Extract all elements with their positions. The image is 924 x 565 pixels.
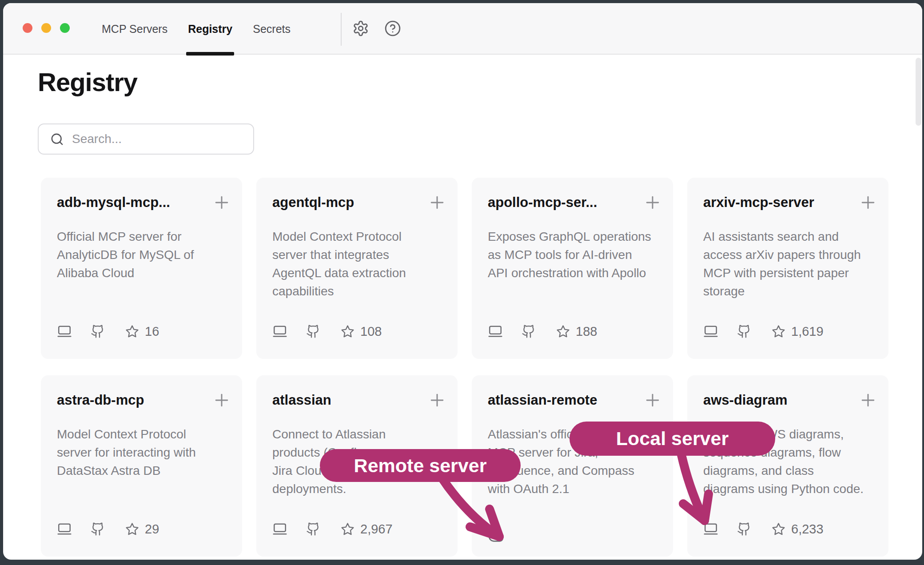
star-count: 6,233	[791, 522, 824, 537]
add-server-button[interactable]	[858, 193, 878, 212]
star-icon	[125, 325, 139, 338]
github-icon	[91, 522, 105, 536]
laptop-icon	[703, 521, 718, 537]
server-name: atlassian	[272, 392, 417, 408]
settings-gear-icon[interactable]	[352, 20, 369, 37]
server-name: aws-diagram	[703, 392, 848, 408]
server-card-arxiv-mcp-server[interactable]: arxiv-mcp-serverAI assistants search and…	[687, 178, 888, 359]
star-icon	[556, 325, 570, 338]
server-meta-row: 16	[57, 322, 159, 340]
server-meta-row: 108	[272, 322, 382, 340]
tab-bar: MCP Servers Registry Secrets	[102, 3, 291, 55]
server-meta-row: 1,619	[703, 322, 824, 340]
add-server-button[interactable]	[643, 390, 662, 410]
github-icon	[91, 324, 105, 338]
github-icon	[306, 522, 320, 536]
toolbar-divider	[341, 13, 342, 46]
screenshot-root: { "window": { "traffic_lights": [ { "nam…	[0, 0, 924, 565]
server-description: Model Context Protocol server for intera…	[57, 425, 231, 480]
add-server-button[interactable]	[212, 193, 231, 212]
minimize-button[interactable]	[41, 23, 51, 33]
server-card-apollo-mcp-ser[interactable]: apollo-mcp-ser...Exposes GraphQL operati…	[472, 178, 673, 359]
tab-secrets[interactable]: Secrets	[253, 3, 291, 55]
laptop-icon	[272, 324, 287, 339]
cloud-icon	[488, 528, 504, 545]
server-meta-row: 2,967	[272, 520, 393, 538]
search-icon	[50, 132, 64, 146]
add-server-button[interactable]	[212, 390, 231, 410]
star-icon	[772, 522, 785, 536]
star-count: 29	[145, 522, 159, 537]
star-icon	[125, 522, 139, 536]
star-count: 108	[360, 324, 382, 339]
server-name: agentql-mcp	[272, 195, 417, 211]
add-server-button[interactable]	[427, 390, 447, 410]
local-server-callout: Local server	[570, 422, 775, 456]
server-card-adb-mysql-mcp[interactable]: adb-mysql-mcp...Official MCP server for …	[41, 178, 242, 359]
toolbar: MCP Servers Registry Secrets	[3, 3, 922, 55]
server-description: AI assistants search and access arXiv pa…	[703, 227, 877, 300]
star-count: 1,619	[791, 324, 824, 339]
server-description: Exposes GraphQL operations as MCP tools …	[488, 227, 661, 282]
add-server-button[interactable]	[858, 390, 878, 410]
server-name: atlassian-remote	[488, 392, 632, 408]
server-meta-row	[488, 527, 504, 545]
server-name: astra-db-mcp	[57, 392, 201, 408]
server-meta-row: 188	[488, 322, 597, 340]
star-icon	[341, 325, 354, 338]
server-card-agentql-mcp[interactable]: agentql-mcpModel Context Protocol server…	[256, 178, 458, 359]
server-description: Model Context Protocol server that integ…	[272, 227, 446, 300]
server-description: Official MCP server for AnalyticDB for M…	[57, 227, 231, 282]
help-icon[interactable]	[384, 20, 401, 37]
laptop-icon	[57, 324, 72, 339]
page-title: Registry	[38, 69, 137, 95]
remote-server-callout: Remote server	[320, 449, 521, 482]
add-server-button[interactable]	[643, 193, 662, 212]
registry-card-grid: adb-mysql-mcp...Official MCP server for …	[41, 178, 888, 557]
server-name: adb-mysql-mcp...	[57, 195, 201, 211]
server-card-aws-diagram[interactable]: aws-diagramGenerate AWS diagrams, sequen…	[687, 375, 888, 557]
star-count: 2,967	[360, 522, 393, 537]
tab-mcp-servers[interactable]: MCP Servers	[102, 3, 167, 55]
server-meta-row: 6,233	[703, 520, 824, 538]
star-icon	[341, 522, 354, 536]
github-icon	[737, 522, 751, 536]
laptop-icon	[488, 324, 503, 339]
laptop-icon	[703, 324, 718, 339]
add-server-button[interactable]	[427, 193, 447, 212]
close-button[interactable]	[23, 23, 32, 33]
search-box	[38, 123, 254, 155]
laptop-icon	[57, 521, 72, 537]
star-count: 188	[576, 324, 597, 339]
star-icon	[772, 325, 785, 338]
zoom-button[interactable]	[60, 23, 70, 33]
traffic-lights	[23, 23, 70, 33]
github-icon	[522, 324, 536, 338]
tab-registry[interactable]: Registry	[188, 3, 232, 55]
star-count: 16	[145, 324, 159, 339]
github-icon	[737, 324, 751, 338]
search-input[interactable]	[72, 132, 244, 146]
server-name: arxiv-mcp-server	[703, 195, 848, 211]
laptop-icon	[272, 521, 287, 537]
vertical-scrollbar[interactable]	[916, 58, 921, 126]
server-card-astra-db-mcp[interactable]: astra-db-mcpModel Context Protocol serve…	[41, 375, 242, 557]
server-meta-row: 29	[57, 520, 159, 538]
server-name: apollo-mcp-ser...	[488, 195, 632, 211]
github-icon	[306, 324, 320, 338]
